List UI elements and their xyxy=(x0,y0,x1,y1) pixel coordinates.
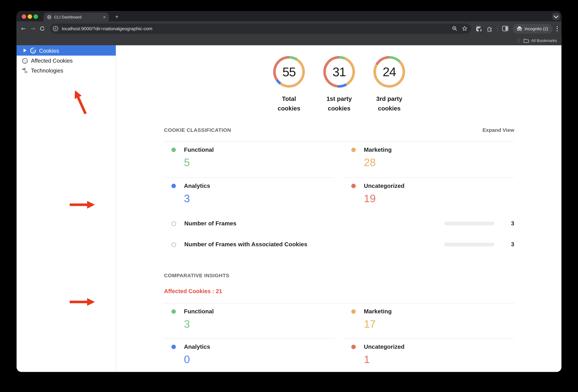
incognito-badge[interactable]: Incognito (2) xyxy=(513,24,552,33)
globe-icon xyxy=(47,15,51,19)
active-tab[interactable]: CLI Dashboard × xyxy=(44,12,109,21)
metric-bar xyxy=(444,222,494,225)
classification-cell-marketing: Marketing 28 xyxy=(344,142,514,178)
category-label: Analytics xyxy=(184,183,210,189)
functional-dot xyxy=(171,148,176,152)
category-value: 3 xyxy=(184,193,334,204)
extensions-button[interactable] xyxy=(486,26,492,32)
sidebar: Cookies Affected Cookies xyxy=(17,45,116,372)
back-button[interactable]: ← xyxy=(19,25,28,32)
close-window-button[interactable] xyxy=(22,14,26,19)
address-bar[interactable]: i localhost:9000/?dir=nationalgeographic… xyxy=(50,23,471,34)
url-text[interactable]: localhost:9000/?dir=nationalgeographic-c… xyxy=(62,26,447,31)
zoom-page-button[interactable] xyxy=(452,26,457,31)
metric-label: Number of Frames with Associated Cookies xyxy=(184,241,307,248)
donut-chart: 55 xyxy=(273,56,305,88)
marketing-dot xyxy=(351,148,356,152)
new-tab-button[interactable]: + xyxy=(112,12,121,21)
forward-button[interactable]: → xyxy=(28,25,38,32)
sidebar-item-cookies[interactable]: Cookies xyxy=(17,45,116,56)
metric-value: 3 xyxy=(494,241,514,248)
folder-icon xyxy=(523,38,529,43)
magnifier-plus-icon xyxy=(452,26,457,31)
site-info-button[interactable]: i xyxy=(52,25,59,32)
minimize-window-button[interactable] xyxy=(28,14,32,19)
sidebar-item-technologies[interactable]: Technologies xyxy=(17,66,116,75)
sidebar-item-label: Cookies xyxy=(39,47,59,54)
hollow-dot-icon xyxy=(171,221,176,226)
total-cookies-donut: 55 Total cookies xyxy=(273,56,305,113)
cookie-extension-button[interactable]: 2 xyxy=(476,26,481,32)
analytics-dot xyxy=(171,184,176,188)
dashboard-main: 55 Total cookies 31 1st party cookies xyxy=(116,45,562,372)
sidebar-item-label: Technologies xyxy=(31,67,63,74)
browser-menu-button[interactable] xyxy=(557,26,558,31)
comparative-cell-functional: Functional 3 xyxy=(164,304,334,339)
metric-label: Number of Frames xyxy=(184,220,236,227)
reload-icon xyxy=(40,26,45,31)
cookie-icon xyxy=(22,57,28,64)
cookie-icon xyxy=(30,47,36,54)
category-value: 19 xyxy=(364,193,514,204)
info-icon: i xyxy=(53,26,58,31)
classification-header: COOKIE CLASSIFICATION Expand View xyxy=(164,127,514,133)
analytics-dot xyxy=(171,345,176,349)
category-value: 3 xyxy=(184,318,334,330)
frames-metric-row: Number of Frames 3 xyxy=(164,220,514,227)
all-bookmarks-button[interactable]: All Bookmarks xyxy=(531,38,557,43)
tab-search-chevron-button[interactable] xyxy=(552,13,560,20)
uncategorized-dot xyxy=(351,345,356,349)
merge-arrows-icon xyxy=(22,67,28,74)
category-value: 1 xyxy=(364,353,514,365)
side-panel-icon xyxy=(502,26,508,31)
donut-chart: 31 xyxy=(323,56,355,88)
browser-toolbar: ← → i localhost:9000/?dir=nationalgeogra… xyxy=(17,21,562,36)
page-content: Cookies Affected Cookies xyxy=(17,45,562,372)
expand-view-button[interactable]: Expand View xyxy=(482,127,514,133)
comparative-cell-marketing: Marketing 17 xyxy=(344,304,514,339)
caret-right-icon[interactable] xyxy=(24,49,27,52)
close-tab-icon[interactable]: × xyxy=(103,15,106,19)
extension-badge: 2 xyxy=(479,28,483,33)
category-label: Marketing xyxy=(364,147,392,153)
side-panel-button[interactable] xyxy=(502,26,508,31)
browser-window: CLI Dashboard × + ← → i localho xyxy=(17,11,562,372)
category-label: Marketing xyxy=(364,308,392,315)
bookmarks-bar: All Bookmarks xyxy=(17,36,562,45)
star-icon xyxy=(462,26,467,31)
metric-value: 3 xyxy=(494,220,514,227)
incognito-label: Incognito (2) xyxy=(525,26,548,31)
classification-cell-functional: Functional 5 xyxy=(164,142,334,178)
donut-value: 55 xyxy=(273,56,305,88)
classification-cell-analytics: Analytics 3 xyxy=(164,178,334,211)
donut-label: Total cookies xyxy=(272,94,305,113)
donut-chart: 24 xyxy=(374,56,405,88)
frames-with-cookies-metric-row: Number of Frames with Associated Cookies… xyxy=(164,241,514,248)
functional-dot xyxy=(171,309,176,314)
screenshot-stage: CLI Dashboard × + ← → i localho xyxy=(0,0,578,392)
tab-strip: CLI Dashboard × + xyxy=(17,11,562,21)
sidebar-item-affected-cookies[interactable]: Affected Cookies xyxy=(17,56,116,66)
category-label: Analytics xyxy=(184,344,210,350)
reload-button[interactable] xyxy=(38,26,47,31)
marketing-dot xyxy=(351,309,356,314)
classification-cell-uncategorized: Uncategorized 19 xyxy=(344,178,514,211)
category-value: 0 xyxy=(184,353,334,365)
zoom-window-button[interactable] xyxy=(34,14,38,19)
uncategorized-dot xyxy=(351,184,356,188)
category-label: Uncategorized xyxy=(364,183,404,189)
comparative-insights-title: COMPARATIVE INSIGHTS xyxy=(164,273,514,278)
puzzle-icon xyxy=(486,26,492,32)
classification-grid: Functional 5 Marketing 28 xyxy=(164,141,514,211)
donut-value: 24 xyxy=(374,56,405,88)
section-title: COOKIE CLASSIFICATION xyxy=(164,127,231,133)
category-label: Functional xyxy=(184,147,214,153)
category-value: 17 xyxy=(364,318,514,330)
category-value: 5 xyxy=(184,157,334,168)
bookmark-star-button[interactable] xyxy=(462,26,467,31)
comparative-grid: Functional 3 Marketing 17 xyxy=(164,303,514,372)
affected-cookies-count: Affected Cookies : 21 xyxy=(164,288,514,295)
cookie-summary-donuts: 55 Total cookies 31 1st party cookies xyxy=(164,56,514,113)
incognito-icon xyxy=(517,26,522,31)
comparative-cell-analytics: Analytics 0 xyxy=(164,339,334,372)
